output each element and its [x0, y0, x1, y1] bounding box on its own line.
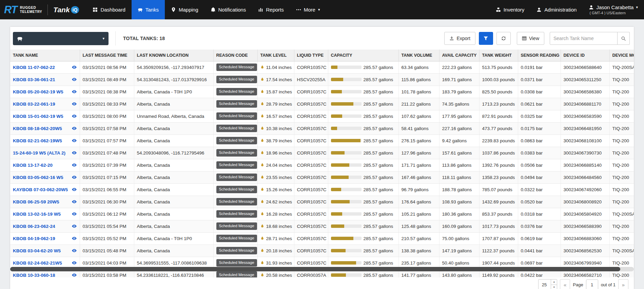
col-tank-weight[interactable]: TANK WEIGHT — [479, 50, 518, 61]
nav-item-dashboard[interactable]: Dashboard — [86, 0, 131, 19]
device-id-cell: 300234066588640 — [561, 61, 609, 73]
prev-page-button[interactable]: « — [560, 279, 570, 289]
nav-label: More — [304, 7, 315, 13]
brand-logo[interactable]: RT RUGGED TELEMETRY Tank iQ — [0, 0, 84, 19]
scrollbar-thumb[interactable] — [10, 267, 620, 271]
table-row: KBOB 04-19-062-19 03/15/2021 05:52 PM Al… — [10, 232, 634, 245]
tank-name-link[interactable]: KBOB 04-19-062-19 — [13, 236, 55, 241]
col-device-id[interactable]: DEVICE ID — [561, 50, 609, 61]
col-sensor-reading[interactable]: SENSOR READING — [518, 50, 561, 61]
last-message-time-cell: 03/15/2021 07:58 PM — [80, 122, 134, 134]
col-reason-code[interactable]: REASON CODE — [213, 50, 257, 61]
nav-item-notifications[interactable]: Notifications — [204, 0, 252, 19]
col-capacity[interactable]: CAPACITY — [328, 50, 398, 61]
eye-icon[interactable] — [72, 187, 77, 192]
droplet-icon — [260, 162, 264, 168]
nav-item-reports[interactable]: Reports — [252, 0, 290, 19]
col-last-message-time[interactable]: LAST MESSAGE TIME — [80, 50, 134, 61]
tank-name-link[interactable]: KBOB 11-07-062-22 — [13, 65, 55, 70]
liquid-type-cell: CORR10357C — [294, 159, 328, 171]
eye-icon[interactable] — [72, 223, 77, 229]
tank-name-link[interactable]: KBOB 03-36-061-21 — [13, 77, 55, 82]
chevron-down-icon: ▾ — [318, 8, 320, 12]
tank-name-link[interactable]: KBOB 06-23-062-24 — [13, 224, 55, 229]
search-input[interactable] — [550, 32, 618, 45]
tank-name-link[interactable]: 15-24-60-19 W5 (ALTA 2) — [13, 150, 65, 156]
eye-icon[interactable] — [72, 138, 77, 143]
table-row: KBOB 02-21-062-19W5 03/15/2021 07:57 PM … — [10, 134, 634, 147]
eye-icon[interactable] — [72, 150, 77, 156]
view-button[interactable]: View — [517, 32, 544, 45]
stepper-up-icon[interactable]: ▴ — [551, 279, 557, 285]
eye-icon[interactable] — [72, 248, 77, 253]
col-device-model[interactable]: DEVICE MODEL — [609, 50, 634, 61]
droplet-icon — [260, 211, 264, 217]
tank-group-dropdown[interactable]: ▾ — [13, 32, 109, 45]
tank-name-link[interactable]: KBOB 10-33-060-18 — [13, 273, 55, 278]
eye-icon[interactable] — [72, 211, 77, 217]
nav-item-tanks[interactable]: Tanks — [132, 0, 165, 19]
filter-button[interactable] — [479, 32, 493, 45]
page-number-input[interactable] — [586, 279, 598, 289]
tank-name-link[interactable]: KBOB 02-21-062-19W5 — [13, 138, 62, 143]
capacity-cell: 285.57 gallons — [328, 147, 398, 159]
eye-icon[interactable] — [72, 126, 77, 131]
tank-name-link[interactable]: KBOB 08-18-062-20W5 — [13, 126, 62, 131]
tank-name-link[interactable]: KBOB 03-05-062-16 W5 — [13, 175, 63, 180]
col-avail-capacity[interactable]: AVAIL CAPACITY — [439, 50, 479, 61]
tank-name-link[interactable]: KBOB 03-22-061-19 — [13, 102, 55, 107]
col-last-known-location[interactable]: LAST KNOWN LOCATION — [134, 50, 213, 61]
eye-icon[interactable] — [72, 113, 77, 119]
device-model-cell: TIQ-200 — [609, 73, 634, 86]
tank-name-link[interactable]: KBOB 02-24-062-21W5 — [13, 260, 62, 266]
export-button[interactable]: Export — [444, 32, 475, 45]
tank-name-link[interactable]: KBOB 06-25-59 20W5 — [13, 199, 59, 204]
eye-icon[interactable] — [72, 89, 77, 94]
horizontal-scrollbar[interactable] — [10, 267, 634, 271]
tank-volume-cell: 127.96 gallons — [398, 147, 439, 159]
search-button[interactable] — [618, 32, 630, 45]
eye-icon[interactable] — [72, 236, 77, 241]
capacity-cell: 285.57 gallons — [328, 245, 398, 257]
eye-icon[interactable] — [72, 175, 77, 180]
tank-name-link[interactable]: KBOB 13-17-62-20 — [13, 163, 53, 168]
user-timezone: ( GMT-4 ) US/Eastern — [589, 11, 638, 15]
tank-volume-cell: 167.46 gallons — [398, 171, 439, 183]
capacity-value: 285.57 gallons — [364, 187, 393, 192]
page-size-stepper[interactable]: ▴ ▾ — [551, 279, 557, 289]
tank-name-link[interactable]: KAYBOB 07-03-062-20W5 — [13, 187, 68, 192]
last-known-location-cell: 54.3509209156, -117.293407917 — [134, 61, 213, 73]
eye-icon[interactable] — [72, 65, 77, 70]
nav-item-inventory[interactable]: Inventory — [490, 7, 531, 13]
tank-name-link[interactable]: KBOB 13-02-16-19 W5 — [13, 212, 61, 217]
tank-name-link[interactable]: KBOB 05-20-062-19 W5 — [13, 89, 63, 94]
refresh-button[interactable] — [496, 32, 511, 45]
eye-icon[interactable] — [72, 162, 77, 168]
capacity-value: 285.57 gallons — [364, 199, 393, 204]
col-tank-name[interactable]: TANK NAME — [10, 50, 80, 61]
avail-capacity-cell: 222.23 gallons — [439, 61, 479, 73]
page-size-select[interactable]: 25 ▴ ▾ — [538, 279, 557, 289]
user-menu[interactable]: Jason Carabetta ▾ ( GMT-4 ) US/Eastern — [583, 4, 644, 15]
col-tank-level[interactable]: TANK LEVEL — [257, 50, 294, 61]
nav-item-more[interactable]: More ▾ — [290, 0, 326, 19]
eye-icon[interactable] — [72, 77, 77, 82]
tank-name-link[interactable]: KBOB 15-01-062-19 W5 — [13, 114, 63, 119]
eye-icon[interactable] — [72, 260, 77, 266]
last-known-location-cell: Alberta, Canada — [134, 171, 213, 183]
col-liquid-type[interactable]: LIQUID TYPE — [294, 50, 328, 61]
eye-icon[interactable] — [72, 101, 77, 107]
nav-item-mapping[interactable]: Mapping — [165, 0, 204, 19]
tank-name-link[interactable]: KBOB 03-04-62-20 W5 — [13, 248, 61, 253]
avail-capacity-cell: 180.36 gallons — [439, 208, 479, 220]
eye-icon[interactable] — [72, 272, 77, 277]
col-tank-volume[interactable]: TANK VOLUME — [398, 50, 439, 61]
reason-code-cell: Scheduled Message — [213, 122, 257, 134]
eye-icon[interactable] — [72, 199, 77, 204]
stepper-down-icon[interactable]: ▾ — [551, 285, 557, 289]
nav-item-administration[interactable]: Administration — [530, 7, 583, 13]
reason-code-badge: Scheduled Message — [216, 125, 257, 132]
next-page-button[interactable]: » — [618, 279, 628, 289]
liquid-type-cell: CORR10357C — [294, 147, 328, 159]
device-id-cell: 300234066588390 — [561, 220, 609, 232]
